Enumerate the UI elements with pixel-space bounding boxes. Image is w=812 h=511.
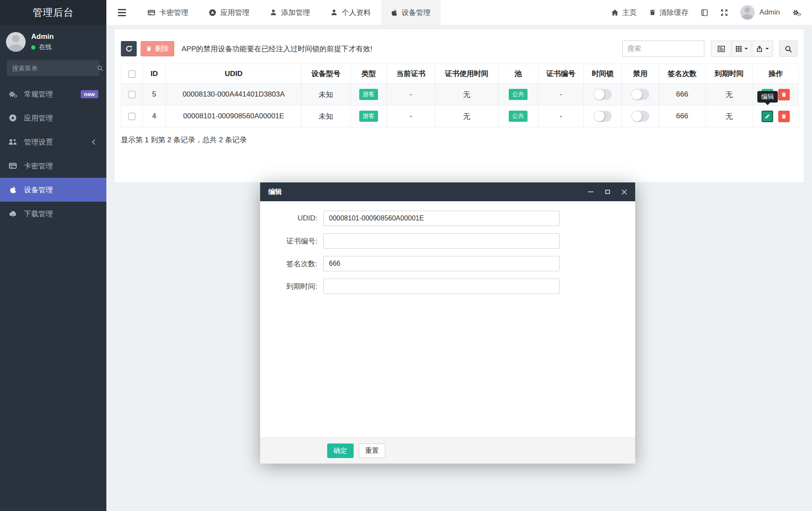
search-icon — [97, 65, 103, 71]
device-table-card: 删除 APP的禁用设备功能要在已经注入过时间锁的前提下才有效! — [114, 29, 804, 183]
type-badge: 游客 — [359, 89, 378, 100]
users-icon — [8, 138, 18, 145]
row-checkbox[interactable] — [128, 113, 135, 120]
maximize-icon[interactable] — [604, 189, 610, 195]
cell-cert-no: - — [538, 106, 584, 127]
cell-cert-time: 无 — [435, 84, 498, 106]
tab-app-management[interactable]: 应用管理 — [199, 0, 260, 25]
credit-card-icon — [8, 162, 18, 170]
user-icon — [331, 9, 337, 16]
sidebar-search — [7, 60, 100, 76]
columns-button[interactable] — [731, 41, 752, 57]
cert-no-label: 证书编号: — [260, 236, 323, 246]
sidebar-item-downloads[interactable]: 下载管理 — [0, 202, 106, 226]
disable-toggle[interactable] — [631, 111, 649, 122]
column-header: 时间锁 — [584, 64, 622, 84]
user-name: Admin — [31, 32, 54, 41]
edit-modal: 编辑 UDID: 证书编号: 签名次数: 到期时间: 确定 重置 — [260, 182, 635, 464]
search-button[interactable] — [779, 41, 797, 57]
refresh-button[interactable] — [121, 41, 137, 56]
delete-row-button[interactable] — [778, 89, 790, 100]
cloud-download-icon — [8, 210, 18, 217]
grid-icon — [736, 46, 742, 52]
cell-model: 未知 — [302, 106, 351, 127]
time-lock-toggle[interactable] — [594, 111, 612, 122]
settings-gears-icon[interactable] — [792, 9, 801, 16]
cell-model: 未知 — [302, 84, 351, 106]
tab-label: 个人资料 — [342, 8, 371, 18]
trash-icon — [649, 9, 656, 16]
sidebar-item-cards[interactable]: 卡密管理 — [0, 154, 106, 178]
detail-view-button[interactable] — [711, 41, 732, 57]
fullscreen-icon[interactable] — [721, 9, 728, 16]
trash-icon — [146, 46, 152, 52]
notice-text: APP的禁用设备功能要在已经注入过时间锁的前提下才有效! — [182, 44, 372, 54]
online-status-dot — [31, 45, 35, 50]
tab-profile[interactable]: 个人资料 — [320, 0, 381, 25]
cell-id: 5 — [143, 84, 166, 106]
expire-time-field[interactable] — [323, 279, 560, 294]
delete-row-button[interactable] — [778, 111, 790, 122]
sidebar-item-label: 常规管理 — [24, 89, 53, 99]
disable-toggle[interactable] — [631, 89, 649, 100]
tab-add-management[interactable]: 添加管理 — [260, 0, 320, 25]
expire-time-label: 到期时间: — [260, 282, 323, 291]
edit-tooltip-label: 编辑 — [761, 93, 774, 100]
time-lock-toggle[interactable] — [594, 89, 612, 100]
sidebar-item-settings[interactable]: 管理设置 — [0, 130, 106, 154]
docs-book-icon[interactable] — [701, 9, 708, 16]
delete-button[interactable]: 删除 — [141, 41, 174, 56]
record-summary: 显示第 1 到第 2 条记录，总共 2 条记录 — [121, 135, 797, 145]
avatar — [6, 32, 26, 52]
udid-field[interactable] — [323, 211, 560, 226]
minimize-icon[interactable] — [588, 189, 594, 195]
row-checkbox[interactable] — [128, 91, 135, 98]
edit-modal-body: UDID: 证书编号: 签名次数: 到期时间: — [260, 201, 635, 438]
menu-toggle-button[interactable] — [106, 0, 138, 25]
close-icon[interactable] — [621, 189, 627, 195]
tab-device-management[interactable]: 设备管理 — [381, 0, 441, 25]
tab-card-management[interactable]: 卡密管理 — [138, 0, 199, 25]
sidebar-item-apps[interactable]: 应用管理 — [0, 106, 106, 130]
toolbar-right — [622, 41, 797, 57]
pool-badge: 公共 — [509, 111, 528, 122]
delete-button-label: 删除 — [155, 44, 169, 53]
table-search-input[interactable] — [622, 41, 704, 57]
export-button[interactable] — [752, 41, 773, 57]
app-store-icon — [209, 9, 216, 16]
type-badge: 游客 — [359, 111, 378, 122]
sidebar-item-general[interactable]: 常规管理 new — [0, 82, 106, 106]
reset-button[interactable]: 重置 — [359, 443, 385, 458]
sign-count-field[interactable] — [323, 256, 560, 271]
cell-sign-count: 666 — [659, 106, 706, 127]
gears-icon — [8, 91, 18, 98]
column-header: 签名次数 — [659, 64, 706, 84]
chevron-left-icon — [92, 139, 97, 145]
navbar-right: 主页 清除缓存 Admin — [611, 0, 812, 25]
table-header-row: ID UDID 设备型号 类型 当前证书 证书使用时间 池 证书编号 时间锁 禁… — [121, 64, 799, 84]
edit-row-button[interactable] — [762, 111, 773, 122]
sidebar-search-input[interactable] — [12, 65, 97, 72]
table-toolbar: 删除 APP的禁用设备功能要在已经注入过时间锁的前提下才有效! — [121, 41, 797, 57]
cell-cert-time: 无 — [435, 106, 498, 127]
confirm-button[interactable]: 确定 — [327, 443, 354, 458]
tab-label: 添加管理 — [281, 8, 310, 18]
top-navbar: 卡密管理 应用管理 添加管理 个人资料 设备管理 主页 — [106, 0, 812, 25]
sidebar-item-label: 管理设置 — [24, 137, 53, 147]
udid-label: UDID: — [260, 214, 323, 223]
cert-no-field[interactable] — [323, 233, 560, 249]
clear-cache-link[interactable]: 清除缓存 — [649, 8, 689, 18]
credit-card-icon — [148, 9, 155, 16]
tab-label: 卡密管理 — [159, 8, 188, 18]
chevron-down-icon — [745, 48, 748, 51]
user-menu[interactable]: Admin — [740, 5, 780, 20]
home-link[interactable]: 主页 — [611, 8, 637, 18]
cell-expire: 无 — [706, 106, 753, 127]
select-all-checkbox[interactable] — [128, 70, 135, 78]
home-label: 主页 — [622, 8, 637, 18]
edit-modal-header: 编辑 — [260, 182, 635, 201]
view-button-group — [711, 41, 773, 57]
apple-icon — [391, 9, 397, 16]
table-row: 4 00008101-000908560A00001E 未知 游客 - 无 公共… — [121, 106, 799, 127]
sidebar-item-devices[interactable]: 设备管理 — [0, 178, 106, 202]
